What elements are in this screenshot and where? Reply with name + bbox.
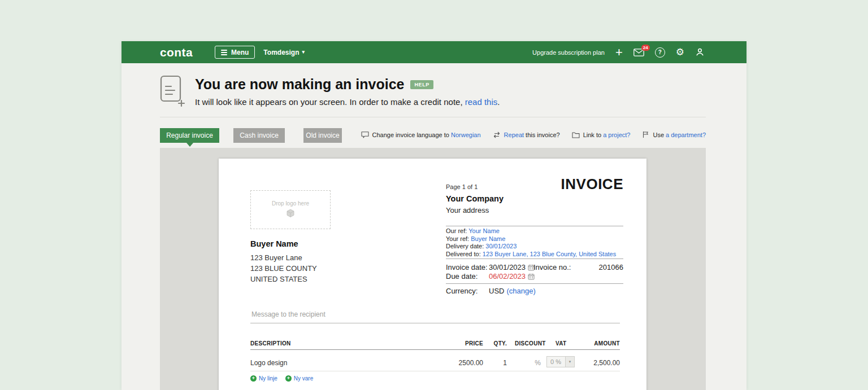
currency-label: Currency: bbox=[446, 287, 478, 295]
invoice-quick-links: Change invoice language to Norwegian Rep… bbox=[361, 131, 706, 138]
department-prefix: Use bbox=[653, 132, 666, 138]
subtitle-text: It will look like it appears on your scr… bbox=[195, 97, 465, 107]
company-address[interactable]: Your address bbox=[446, 206, 489, 214]
ref-label: Your ref: bbox=[446, 235, 469, 242]
repeat-link[interactable]: Repeat bbox=[504, 132, 524, 138]
column-header-amount: AMOUNT bbox=[594, 340, 620, 347]
invoice-document-icon bbox=[160, 75, 186, 109]
ref-label: Our ref: bbox=[446, 227, 467, 234]
currency-row: Currency: USD (change) bbox=[446, 287, 623, 296]
top-navigation-bar: conta Menu Tomdesign ▾ Upgrade subscript… bbox=[121, 41, 747, 63]
buyer-name[interactable]: Buyer Name bbox=[250, 239, 317, 248]
page-header: You are now making an invoice HELP bbox=[195, 76, 433, 93]
invoice-doc-title: INVOICE bbox=[561, 176, 623, 193]
due-date-label: Due date: bbox=[446, 272, 478, 281]
account-switcher[interactable]: Tomdesign ▾ bbox=[263, 49, 305, 56]
read-this-link[interactable]: read this bbox=[465, 97, 498, 107]
company-name[interactable]: Your Company bbox=[446, 194, 504, 203]
topbar-actions: Upgrade subscription plan + 24 ? ⚙ bbox=[532, 46, 705, 59]
calendar-icon[interactable] bbox=[528, 273, 535, 280]
invoice-date-value[interactable]: 30/01/2023 bbox=[489, 263, 526, 271]
divider bbox=[250, 323, 620, 323]
reference-block: Our ref:Your Name Your ref:Buyer Name De… bbox=[446, 227, 616, 258]
project-prefix: Link to bbox=[583, 132, 603, 138]
line-item-qty[interactable]: 1 bbox=[503, 359, 507, 367]
buyer-address-line[interactable]: 123 Buyer Lane bbox=[250, 252, 317, 263]
page-title: You are now making an invoice bbox=[195, 76, 404, 93]
divider bbox=[446, 283, 623, 284]
subtitle-period: . bbox=[497, 97, 500, 107]
chevron-down-icon: ▾ bbox=[565, 357, 574, 367]
line-item-discount[interactable]: % bbox=[515, 359, 541, 367]
line-item-description[interactable]: Logo design bbox=[250, 359, 287, 367]
column-header-qty: QTY. bbox=[494, 340, 507, 347]
buyer-address-block[interactable]: Buyer Name 123 Buyer Lane 123 BLUE COUNT… bbox=[250, 239, 317, 284]
due-date-value[interactable]: 06/02/2023 bbox=[489, 272, 526, 281]
mail-icon[interactable]: 24 bbox=[633, 49, 644, 56]
vat-selected-value: 0 % bbox=[547, 357, 565, 367]
repeat-suffix: this invoice? bbox=[524, 132, 560, 138]
divider bbox=[250, 349, 620, 350]
ref-our-ref: Our ref:Your Name bbox=[446, 227, 616, 235]
invoice-number-value[interactable]: 201066 bbox=[599, 263, 623, 271]
currency-value: USD bbox=[489, 287, 504, 295]
repeat-invoice-item[interactable]: Repeat this invoice? bbox=[493, 132, 560, 138]
plus-circle-icon: + bbox=[285, 375, 292, 382]
invoice-editor-canvas: Drop logo here Page 1 of 1 INVOICE Your … bbox=[160, 148, 706, 390]
change-language-item[interactable]: Change invoice language to Norwegian bbox=[361, 131, 481, 138]
folder-icon bbox=[572, 132, 580, 138]
use-department-text: Use a department? bbox=[653, 132, 706, 138]
ref-value[interactable]: Your Name bbox=[468, 227, 500, 234]
tab-regular-invoice[interactable]: Regular invoice bbox=[160, 128, 219, 143]
ref-value[interactable]: 30/01/2023 bbox=[485, 243, 517, 249]
ref-value[interactable]: Buyer Name bbox=[471, 235, 505, 242]
buyer-address-line[interactable]: 123 BLUE COUNTY bbox=[250, 263, 317, 274]
settings-gear-icon[interactable]: ⚙ bbox=[676, 47, 684, 57]
language-bubble-icon bbox=[361, 131, 369, 138]
line-item-price[interactable]: 2500.00 bbox=[459, 359, 483, 367]
currency-change-link[interactable]: (change) bbox=[506, 287, 535, 295]
package-cube-icon bbox=[286, 209, 295, 220]
column-header-description: DESCRIPTION bbox=[250, 340, 291, 347]
ref-your-ref: Your ref:Buyer Name bbox=[446, 235, 616, 243]
add-new-icon[interactable]: + bbox=[615, 46, 623, 59]
help-icon[interactable]: ? bbox=[655, 47, 665, 58]
add-line-label: Ny linje bbox=[259, 375, 277, 382]
add-line-button[interactable]: + Ny linje bbox=[250, 375, 277, 382]
profile-icon[interactable] bbox=[695, 47, 705, 57]
project-link[interactable]: a project? bbox=[603, 132, 630, 138]
app-window: conta Menu Tomdesign ▾ Upgrade subscript… bbox=[121, 41, 747, 390]
menu-button[interactable]: Menu bbox=[215, 46, 255, 59]
vat-dropdown[interactable]: 0 % ▾ bbox=[546, 356, 575, 367]
column-header-discount: DISCOUNT bbox=[515, 340, 546, 347]
tab-cash-invoice[interactable]: Cash invoice bbox=[233, 128, 285, 143]
change-language-text: Change invoice language to Norwegian bbox=[372, 132, 481, 138]
notification-badge: 24 bbox=[641, 45, 650, 51]
use-department-item[interactable]: Use a department? bbox=[642, 131, 706, 138]
help-badge[interactable]: HELP bbox=[410, 80, 433, 89]
ref-label: Delivered to: bbox=[446, 251, 481, 257]
department-link[interactable]: a department? bbox=[666, 132, 706, 138]
department-icon bbox=[642, 131, 649, 138]
ref-value[interactable]: 123 Buyer Lane, 123 Blue County, United … bbox=[483, 251, 616, 257]
menu-button-label: Menu bbox=[231, 49, 249, 56]
chevron-down-icon: ▾ bbox=[302, 50, 305, 55]
desktop-background: conta Menu Tomdesign ▾ Upgrade subscript… bbox=[0, 0, 868, 390]
add-row-links: + Ny linje + Ny vare bbox=[250, 375, 313, 382]
logo-drop-zone[interactable]: Drop logo here bbox=[250, 190, 331, 229]
tab-old-invoice[interactable]: Old invoice bbox=[303, 128, 342, 143]
add-item-label: Ny vare bbox=[294, 375, 313, 382]
conta-logo[interactable]: conta bbox=[160, 46, 193, 59]
upgrade-plan-link[interactable]: Upgrade subscription plan bbox=[532, 49, 605, 56]
page-subtitle: It will look like it appears on your scr… bbox=[195, 97, 500, 107]
invoice-date-row: Invoice date: 30/01/2023 Invoice no.: 20… bbox=[446, 263, 623, 272]
link-project-item[interactable]: Link to a project? bbox=[572, 132, 631, 138]
logo-drop-label: Drop logo here bbox=[272, 200, 309, 207]
language-prefix: Change invoice language to bbox=[372, 132, 451, 138]
message-to-recipient-input[interactable] bbox=[250, 310, 496, 319]
account-name: Tomdesign bbox=[263, 49, 299, 56]
add-item-button[interactable]: + Ny vare bbox=[285, 375, 313, 382]
hamburger-icon bbox=[221, 50, 227, 55]
language-norwegian-link[interactable]: Norwegian bbox=[451, 132, 481, 138]
buyer-address-line[interactable]: UNITED STATES bbox=[250, 274, 317, 284]
